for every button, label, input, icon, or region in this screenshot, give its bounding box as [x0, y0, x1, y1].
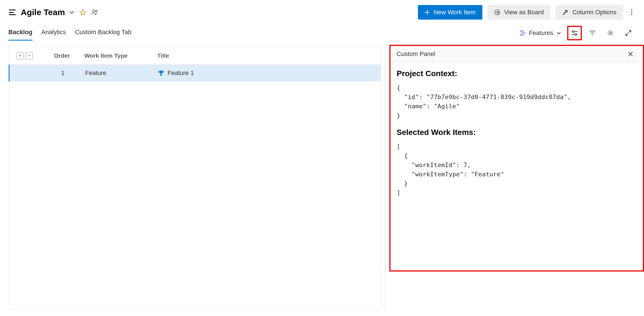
topbar-actions: New Work Item View as Board Column Optio… — [418, 5, 635, 20]
tab-custom-backlog[interactable]: Custom Backlog Tab — [75, 26, 131, 41]
svg-point-1 — [96, 10, 97, 12]
backlog-grid: + − Order Work Item Type Title 1 Feature… — [8, 46, 381, 310]
new-work-item-button[interactable]: New Work Item — [418, 5, 482, 20]
svg-point-0 — [92, 10, 95, 12]
list-icon — [520, 31, 526, 36]
svg-point-5 — [610, 32, 612, 34]
view-as-board-button[interactable]: View as Board — [487, 5, 550, 20]
pane-divider[interactable] — [381, 46, 389, 310]
col-header-type[interactable]: Work Item Type — [82, 52, 152, 59]
tabrow-right: Features — [517, 26, 636, 40]
more-actions-icon[interactable] — [628, 7, 635, 18]
hamburger-icon[interactable] — [9, 10, 16, 15]
col-header-title[interactable]: Title — [152, 52, 367, 59]
col-header-order[interactable]: Order — [42, 52, 82, 59]
main-split: + − Order Work Item Type Title 1 Feature… — [0, 41, 644, 310]
backlog-level-label: Features — [529, 29, 553, 37]
custom-panel: Custom Panel Project Context: { "id": "7… — [389, 45, 644, 271]
project-context-code: { "id": "77b7e9bc-37d0-4771-839c-919d9dd… — [397, 83, 633, 120]
panel-body: Project Context: { "id": "77b7e9bc-37d0-… — [390, 62, 640, 212]
grid-header: + − Order Work Item Type Title — [9, 47, 381, 65]
chevron-down-icon — [69, 10, 75, 15]
sliders-icon — [571, 30, 578, 36]
filter-button[interactable] — [585, 26, 600, 40]
selected-workitems-code: [ { "workItemId": 7, "workItemType": "Fe… — [397, 142, 633, 197]
expand-all-button[interactable]: + — [17, 52, 24, 59]
svg-point-4 — [575, 34, 576, 35]
custom-panel-toggle-button[interactable] — [567, 26, 582, 40]
new-work-item-label: New Work Item — [434, 9, 476, 16]
row-order: 1 — [43, 69, 82, 77]
backlog-level-picker[interactable]: Features — [517, 28, 564, 38]
plus-icon — [425, 10, 430, 15]
star-icon[interactable] — [80, 9, 86, 16]
panel-title: Custom Panel — [397, 50, 435, 58]
tab-analytics[interactable]: Analytics — [41, 26, 66, 41]
svg-point-3 — [573, 31, 574, 32]
collapse-all-button[interactable]: − — [25, 52, 33, 59]
view-as-board-label: View as Board — [504, 9, 544, 16]
fullscreen-button[interactable] — [621, 26, 636, 40]
column-options-label: Column Options — [572, 9, 617, 16]
project-context-heading: Project Context: — [397, 69, 633, 78]
tab-row: Backlog Analytics Custom Backlog Tab Fea… — [0, 25, 644, 41]
topbar: Agile Team New Work Item View as Board — [0, 0, 644, 25]
row-type: Feature — [82, 69, 152, 77]
trophy-icon — [158, 70, 164, 76]
settings-button[interactable] — [603, 26, 618, 40]
gear-icon — [607, 30, 613, 36]
team-name: Agile Team — [21, 8, 65, 17]
column-options-button[interactable]: Column Options — [555, 5, 623, 20]
row-title: Feature 1 — [168, 69, 194, 77]
team-selector[interactable]: Agile Team — [21, 8, 75, 17]
panel-header: Custom Panel — [390, 46, 640, 62]
board-icon — [494, 9, 500, 15]
people-icon[interactable] — [91, 9, 99, 15]
wrench-icon — [562, 9, 568, 15]
tab-backlog[interactable]: Backlog — [8, 26, 32, 41]
expand-icon — [625, 30, 631, 36]
close-icon[interactable] — [628, 51, 633, 57]
chevron-down-icon — [557, 31, 561, 35]
table-row[interactable]: 1 Feature Feature 1 — [9, 65, 381, 81]
selected-workitems-heading: Selected Work Items: — [397, 128, 633, 137]
filter-icon — [589, 31, 596, 36]
